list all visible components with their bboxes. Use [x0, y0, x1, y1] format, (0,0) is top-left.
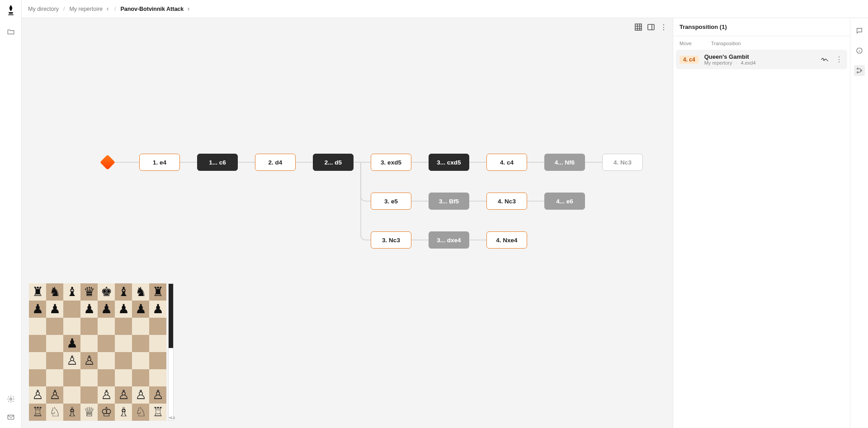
board-square[interactable]: ♜ [149, 283, 166, 301]
move-node[interactable]: 4... Nf6 [544, 154, 585, 171]
board-grid-icon[interactable] [635, 24, 642, 31]
move-node[interactable]: 3... dxe4 [429, 231, 469, 249]
board-square[interactable] [46, 335, 63, 352]
board-square[interactable] [46, 318, 63, 335]
board-square[interactable]: ♚ [98, 283, 115, 301]
breadcrumb-item[interactable]: Panov-Botvinnik Attack [120, 6, 191, 12]
board-square[interactable]: ♙ [29, 386, 46, 404]
board-square[interactable]: ♟ [98, 301, 115, 318]
move-node[interactable]: 1... c6 [197, 154, 238, 171]
move-node[interactable]: 4. Nc3 [486, 193, 527, 210]
board-square[interactable] [80, 318, 98, 335]
board-square[interactable] [46, 352, 63, 369]
breadcrumb-label: My repertoire [69, 6, 103, 12]
transposition-icon[interactable] [854, 65, 865, 76]
board-square[interactable] [63, 301, 80, 318]
row-more-icon[interactable]: ⋮ [835, 55, 844, 64]
breadcrumb-switcher-icon[interactable] [186, 7, 191, 11]
breadcrumb-item[interactable]: My repertoire [69, 6, 110, 12]
board-square[interactable] [115, 318, 132, 335]
move-node[interactable]: 4. c4 [486, 154, 527, 171]
board-square[interactable] [63, 369, 80, 386]
board-square[interactable]: ♙ [98, 386, 115, 404]
board-square[interactable] [98, 318, 115, 335]
move-node[interactable]: 2. d4 [255, 154, 296, 171]
board-square[interactable]: ♜ [29, 283, 46, 301]
board-square[interactable] [149, 318, 166, 335]
board-square[interactable]: ♙ [132, 386, 149, 404]
board-square[interactable]: ♟ [63, 335, 80, 352]
board-square[interactable]: ♞ [46, 283, 63, 301]
move-node[interactable]: 4... e6 [544, 193, 585, 210]
board-square[interactable]: ♟ [115, 301, 132, 318]
move-node[interactable]: 3... cxd5 [429, 154, 469, 171]
board-square[interactable] [29, 318, 46, 335]
board-square[interactable]: ♟ [149, 301, 166, 318]
board-square[interactable]: ♟ [29, 301, 46, 318]
board-square[interactable]: ♗ [63, 404, 80, 421]
board-square[interactable] [132, 352, 149, 369]
mail-icon[interactable] [5, 412, 16, 423]
board-square[interactable]: ♝ [115, 283, 132, 301]
board-square[interactable]: ♖ [149, 404, 166, 421]
board-square[interactable]: ♙ [149, 386, 166, 404]
move-node[interactable]: 4. Nc3 [602, 154, 643, 171]
move-node[interactable]: 3... Bf5 [429, 193, 469, 210]
settings-icon[interactable] [5, 394, 16, 404]
board-square[interactable] [46, 369, 63, 386]
move-node[interactable]: 3. Nc3 [371, 231, 411, 249]
board-square[interactable]: ♟ [46, 301, 63, 318]
board-square[interactable] [115, 335, 132, 352]
logo-icon[interactable] [5, 5, 16, 15]
move-node[interactable]: 3. e5 [371, 193, 411, 210]
more-vert-icon[interactable]: ⋮ [660, 24, 667, 31]
comments-icon[interactable] [854, 25, 865, 36]
board-square[interactable]: ♖ [29, 404, 46, 421]
board-square[interactable] [98, 335, 115, 352]
chess-board[interactable]: ♜♞♝♛♚♝♞♜♟♟♟♟♟♟♟♟♙♙♙♙♙♙♙♙♖♘♗♕♔♗♘♖ [29, 283, 166, 421]
move-node[interactable]: 4. Nxe4 [486, 231, 527, 249]
board-square[interactable]: ♘ [132, 404, 149, 421]
transposition-row[interactable]: 4. c4Queen's GambitMy repertory4.exd4⋮ [676, 50, 847, 69]
board-square[interactable]: ♕ [80, 404, 98, 421]
board-square[interactable]: ♞ [132, 283, 149, 301]
board-square[interactable] [63, 318, 80, 335]
board-square[interactable] [63, 386, 80, 404]
board-square[interactable] [80, 369, 98, 386]
board-square[interactable]: ♙ [46, 386, 63, 404]
board-square[interactable] [132, 318, 149, 335]
board-square[interactable] [98, 352, 115, 369]
board-square[interactable] [29, 352, 46, 369]
board-square[interactable]: ♙ [115, 386, 132, 404]
board-square[interactable] [29, 369, 46, 386]
board-square[interactable] [132, 335, 149, 352]
breadcrumb-item[interactable]: My directory [28, 6, 59, 12]
board-square[interactable]: ♟ [80, 301, 98, 318]
breadcrumb-switcher-icon[interactable] [105, 7, 110, 11]
board-square[interactable]: ♙ [80, 352, 98, 369]
move-node[interactable]: 2... d5 [313, 154, 354, 171]
board-square[interactable]: ♟ [132, 301, 149, 318]
board-square[interactable]: ♝ [63, 283, 80, 301]
board-square[interactable] [149, 335, 166, 352]
info-icon[interactable] [854, 45, 865, 56]
board-square[interactable] [132, 369, 149, 386]
board-square[interactable] [80, 386, 98, 404]
board-square[interactable]: ♙ [63, 352, 80, 369]
board-square[interactable] [149, 352, 166, 369]
folder-icon[interactable] [5, 26, 16, 37]
board-square[interactable] [115, 352, 132, 369]
board-square[interactable] [98, 369, 115, 386]
move-node[interactable]: 1. e4 [139, 154, 180, 171]
board-square[interactable]: ♔ [98, 404, 115, 421]
board-square[interactable]: ♗ [115, 404, 132, 421]
panel-toggle-icon[interactable] [647, 24, 655, 31]
handshake-icon[interactable] [820, 55, 829, 64]
board-square[interactable] [29, 335, 46, 352]
board-square[interactable] [115, 369, 132, 386]
board-square[interactable]: ♛ [80, 283, 98, 301]
board-square[interactable]: ♘ [46, 404, 63, 421]
board-square[interactable] [80, 335, 98, 352]
move-node[interactable]: 3. exd5 [371, 154, 411, 171]
board-square[interactable] [149, 369, 166, 386]
